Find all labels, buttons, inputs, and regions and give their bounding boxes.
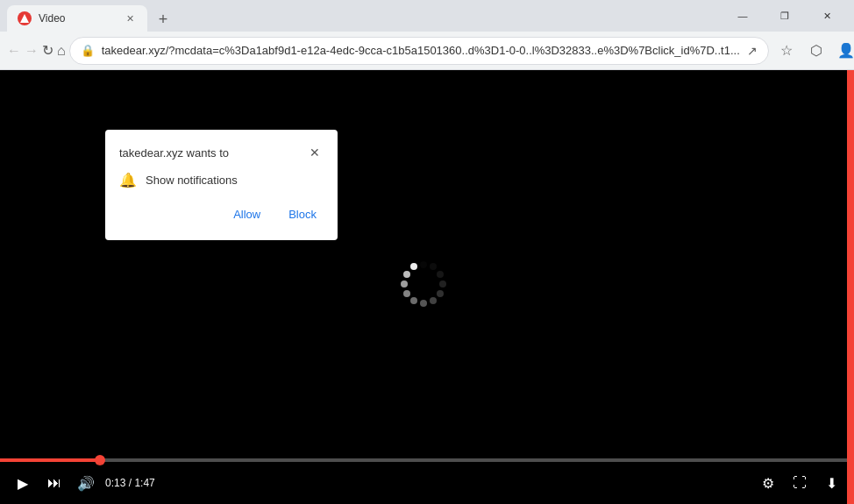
browser-frame: Video ✕ + — ❐ ✕ ← → ↻ ⌂ 🔒 takedear.xyz/?…	[0, 0, 854, 504]
total-time: 1:47	[134, 477, 154, 489]
current-time: 0:13	[105, 477, 125, 489]
time-separator: /	[129, 477, 132, 489]
maximize-button[interactable]: ❐	[765, 0, 805, 32]
content-area: ▶ ⏭ 🔊 0:13 / 1:47 ⚙ ⛶ ⬇ takedear.xyz wan…	[0, 70, 854, 504]
url-text: takedear.xyz/?mcdata=c%3Da1abf9d1-e12a-4…	[102, 44, 740, 57]
popup-actions: Allow Block	[119, 202, 324, 226]
block-button[interactable]: Block	[281, 202, 324, 226]
skip-button[interactable]: ⏭	[42, 471, 67, 495]
popup-title: takedear.xyz wants to	[119, 146, 229, 160]
popup-item: 🔔 Show notifications	[119, 172, 324, 188]
fullscreen-button[interactable]: ⛶	[787, 471, 812, 495]
play-button[interactable]: ▶	[11, 471, 35, 495]
allow-button[interactable]: Allow	[226, 202, 267, 226]
settings-button[interactable]: ⚙	[756, 471, 780, 495]
profile-button[interactable]: 👤	[832, 37, 854, 65]
notification-popup: takedear.xyz wants to ✕ 🔔 Show notificat…	[105, 130, 338, 240]
tab-area: Video ✕ +	[7, 0, 715, 32]
video-controls: ▶ ⏭ 🔊 0:13 / 1:47 ⚙ ⛶ ⬇	[0, 462, 854, 504]
popup-item-text: Show notifications	[146, 174, 238, 187]
title-bar: Video ✕ + — ❐ ✕	[0, 0, 854, 32]
tab-title: Video	[39, 12, 116, 25]
home-button[interactable]: ⌂	[57, 37, 66, 65]
popup-close-button[interactable]: ✕	[306, 144, 324, 161]
volume-button[interactable]: 🔊	[74, 471, 98, 495]
new-tab-button[interactable]: +	[151, 7, 175, 32]
refresh-button[interactable]: ↻	[42, 37, 53, 65]
popup-header: takedear.xyz wants to ✕	[119, 144, 324, 161]
forward-button[interactable]: →	[25, 37, 39, 65]
loading-spinner	[401, 261, 453, 314]
bell-icon: 🔔	[119, 172, 137, 188]
bookmark-button[interactable]: ☆	[772, 37, 801, 65]
back-button[interactable]: ←	[7, 37, 21, 65]
tab-close-button[interactable]: ✕	[123, 11, 137, 25]
scrollbar[interactable]	[847, 70, 854, 504]
window-controls: — ❐ ✕	[722, 0, 847, 32]
url-bar[interactable]: 🔒 takedear.xyz/?mcdata=c%3Da1abf9d1-e12a…	[69, 37, 769, 65]
extensions-button[interactable]: ⬡	[802, 37, 830, 65]
download-button[interactable]: ⬇	[819, 471, 843, 495]
tab-favicon	[18, 11, 32, 25]
minimize-button[interactable]: —	[722, 0, 763, 32]
time-display: 0:13 / 1:47	[105, 477, 155, 489]
address-bar: ← → ↻ ⌂ 🔒 takedear.xyz/?mcdata=c%3Da1abf…	[0, 32, 854, 70]
tab-favicon-icon	[20, 14, 29, 23]
close-button[interactable]: ✕	[807, 0, 847, 32]
active-tab[interactable]: Video ✕	[7, 5, 147, 32]
toolbar-icons: ☆ ⬡ 👤 ⋮	[772, 37, 854, 65]
share-icon[interactable]: ↗	[747, 44, 758, 58]
lock-icon: 🔒	[81, 44, 95, 57]
